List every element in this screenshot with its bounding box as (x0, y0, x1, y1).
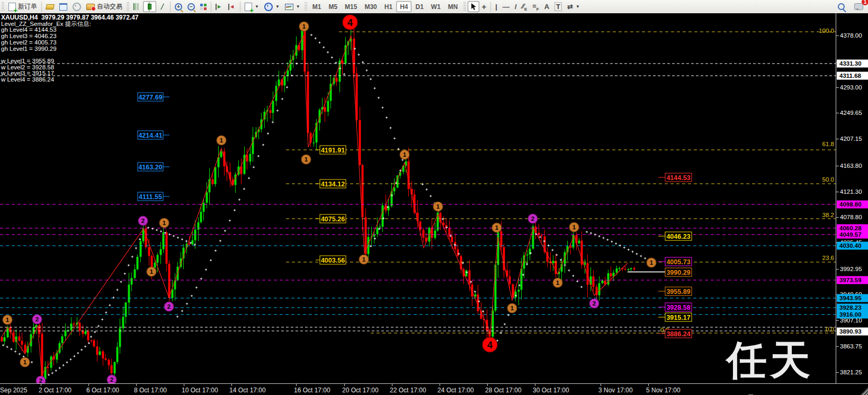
zoom-in-button[interactable]: + (172, 1, 185, 12)
chart-area[interactable]: 100.061.850.038.223.60.00.04277.694214.4… (0, 13, 836, 383)
price-tick-label: 4121.30 (840, 188, 862, 195)
price-line-chip: 3890.93 (837, 328, 868, 336)
candle-body (272, 101, 274, 113)
notification-badge: 1 (862, 0, 868, 5)
candle-body (342, 61, 344, 64)
candle-body (70, 324, 73, 330)
semafor-marker-number: 2 (110, 376, 113, 383)
candle-body (151, 256, 153, 268)
candle-body (41, 334, 43, 379)
semafor-marker-number: 1 (556, 280, 560, 286)
candle-body (194, 230, 196, 240)
candle-body (604, 281, 606, 284)
candle-body (532, 227, 534, 249)
time-tick-label: 16 Oct 17:00 (294, 387, 330, 394)
bar-chart-button[interactable] (131, 1, 143, 12)
price-label-text: 4003.56 (321, 257, 345, 264)
arrows-tool-button[interactable]: ⇄▼ (565, 1, 583, 12)
tab-timeframe-w1[interactable]: W1 (427, 1, 444, 12)
candle-body (616, 268, 618, 273)
price-tick-mark (836, 35, 839, 36)
candle-body (21, 341, 23, 345)
crosshair-tool-button[interactable]: + (479, 1, 489, 12)
periods-button[interactable]: ▼ (262, 1, 282, 12)
tab-timeframe-d1[interactable]: D1 (411, 1, 427, 12)
candle-body (359, 120, 361, 165)
candle-body (598, 283, 601, 295)
toolbar-grip[interactable] (127, 2, 129, 12)
tab-timeframe-m1[interactable]: M1 (309, 1, 325, 12)
toolbar-grip[interactable] (463, 2, 466, 12)
dropdown-arrow-icon: ▼ (576, 4, 580, 9)
price-tick-mark (836, 192, 839, 192)
time-tick-mark (601, 384, 601, 386)
line-chart-button[interactable] (156, 1, 168, 12)
time-tick-label: 20 Oct 17:00 (342, 387, 379, 394)
toolbar-grip[interactable] (305, 2, 307, 12)
templates-button[interactable]: ▼ (282, 1, 303, 12)
candle-body (200, 212, 202, 222)
tab-timeframe-m15[interactable]: M15 (341, 1, 361, 12)
trendline-icon: / (515, 3, 517, 11)
price-label-text: 4134.12 (321, 181, 345, 188)
semafor-marker-number: 4 (487, 340, 493, 351)
candle-body (628, 269, 630, 270)
zoom-in-icon: + (175, 3, 182, 11)
candle-body (633, 268, 636, 270)
time-tick-mark (392, 384, 392, 386)
text-label-tool-button[interactable]: T (552, 1, 565, 12)
toolbar-grip[interactable] (2, 2, 4, 12)
new-order-button[interactable]: 新订单 (6, 1, 40, 12)
text-tool-button[interactable]: A (542, 1, 552, 12)
tab-timeframe-m5[interactable]: M5 (325, 1, 341, 12)
candle-body (518, 290, 520, 291)
price-axis[interactable]: 4378.004335.504293.004249.654207.154163.… (836, 13, 868, 383)
fibonacci-tool-button[interactable]: ≡F (530, 1, 541, 12)
channel-tool-button[interactable]: ⁄⁄E (520, 1, 530, 12)
candle-body (122, 317, 124, 328)
chart-shift-button[interactable] (226, 1, 238, 12)
candle-body (423, 230, 425, 238)
template-icon (285, 4, 293, 10)
search-button[interactable] (835, 1, 847, 12)
tab-timeframe-h4[interactable]: H4 (396, 1, 411, 12)
chart-window-button[interactable] (57, 1, 70, 12)
psar-dot-trail (90, 238, 141, 338)
cursor-tool-button[interactable] (468, 1, 479, 12)
candle-body (495, 265, 497, 310)
auto-scroll-button[interactable] (213, 1, 226, 12)
trendline-tool-button[interactable]: / (512, 1, 520, 12)
candlestick-chart-button[interactable] (143, 1, 156, 12)
price-tick-label: 3821.25 (840, 369, 862, 375)
signals-button[interactable] (70, 1, 84, 12)
notifications-button[interactable]: 1 (852, 1, 866, 12)
new-chart-button[interactable]: ▼ (242, 1, 262, 12)
tab-timeframe-h1[interactable]: H1 (381, 1, 396, 12)
candle-body (154, 263, 156, 268)
semafor-marker-number: 2 (35, 316, 39, 322)
bar-chart-icon (133, 3, 140, 10)
candle-body (214, 167, 217, 184)
tab-timeframe-mn[interactable]: MN (444, 1, 462, 12)
candle-body (160, 249, 162, 255)
tile-windows-button[interactable] (198, 1, 209, 12)
tab-timeframe-m30[interactable]: M30 (361, 1, 380, 12)
zoom-out-button[interactable]: − (185, 1, 198, 12)
dropdown-arrow-icon: ▼ (296, 4, 300, 9)
semafor-marker-number: 1 (302, 23, 306, 30)
price-line-chip: 4331.30 (837, 60, 868, 68)
horizontal-line-tool-button[interactable]: — (500, 1, 512, 12)
market-watch-button[interactable] (43, 1, 57, 12)
price-tick-label: 4078.80 (840, 214, 862, 220)
time-tick-mark (88, 384, 89, 386)
candle-body (570, 246, 572, 247)
auto-trading-button[interactable]: 自动交易 (84, 1, 125, 12)
price-tick-label: 4207.15 (840, 136, 862, 142)
tile-windows-icon (200, 4, 207, 10)
candle-body (275, 86, 278, 101)
time-tick-label: 6 Oct 17:00 (86, 387, 119, 394)
vertical-line-tool-button[interactable]: | (493, 1, 500, 12)
candle-body (584, 263, 586, 265)
time-tick-mark (344, 384, 345, 386)
zigzag-line (1, 35, 628, 374)
